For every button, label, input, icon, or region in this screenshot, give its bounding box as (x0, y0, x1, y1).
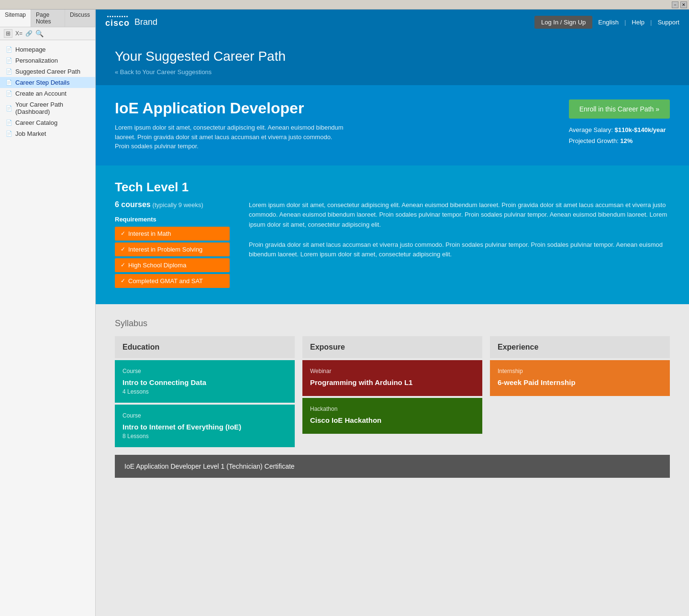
check-icon: ✓ (121, 277, 125, 284)
col-header-education: Education (115, 336, 295, 358)
syllabus-columns: Education Course Intro to Connecting Dat… (115, 336, 670, 449)
tab-sitemap[interactable]: Sitemap (0, 10, 31, 27)
career-top: IoE Application Developer Lorem ipsum do… (115, 99, 670, 151)
page-icon: 📄 (6, 79, 12, 86)
check-icon: ✓ (121, 262, 125, 268)
sidebar-tabs: Sitemap Page Notes Discuss (0, 10, 95, 27)
sidebar-nav: 📄 Homepage 📄 Personalization 📄 Suggested… (0, 40, 95, 143)
card-type: Internship (498, 368, 662, 374)
page-icon: 📄 (6, 90, 12, 97)
main-content: cisco Brand Log In / Sign Up English | H… (96, 10, 689, 616)
card-title: Programming with Arduino L1 (310, 378, 475, 386)
sidebar-item-your-career-path[interactable]: 📄 Your Career Path (Dashboard) (0, 99, 95, 117)
tech-level-left: 6 courses (typically 9 weeks) Requiremen… (115, 200, 230, 290)
tech-level-title: Tech Level 1 (115, 180, 670, 195)
growth-stat: Projected Growth: 12% (569, 135, 670, 146)
cisco-wordmark: cisco (105, 18, 130, 28)
requirement-gmat: ✓ Completed GMAT and SAT (115, 274, 230, 288)
page-icon: 📄 (6, 46, 12, 53)
grid-icon[interactable]: ⊞ (4, 29, 12, 38)
sidebar-toolbar: ⊞ X= 🔗 🔍 (0, 27, 95, 40)
close-button[interactable]: ✕ (680, 1, 687, 8)
card-type: Webinar (310, 368, 475, 374)
card-type: Course (122, 368, 287, 374)
page-icon: 📄 (6, 57, 12, 64)
career-section: IoE Application Developer Lorem ipsum do… (96, 85, 689, 165)
page-icon: 📄 (6, 120, 12, 126)
help-link[interactable]: Help (632, 19, 645, 26)
tab-page-notes[interactable]: Page Notes (31, 10, 65, 27)
card-subtitle: 8 Lessons (122, 433, 287, 440)
syllabus-col-education: Education Course Intro to Connecting Dat… (115, 336, 295, 449)
card-title: Intro to Connecting Data (122, 378, 287, 386)
syllabus-section: Syllabus Education Course Intro to Conne… (96, 304, 689, 616)
tech-level-section: Tech Level 1 6 courses (typically 9 week… (96, 165, 689, 304)
sidebar-item-career-step-details[interactable]: 📄 Career Step Details (0, 77, 95, 88)
check-icon: ✓ (121, 246, 125, 253)
page-icon: 📄 (6, 131, 12, 137)
syllabus-title: Syllabus (115, 319, 670, 329)
tab-discuss[interactable]: Discuss (65, 10, 95, 27)
salary-stat: Average Salary: $110k-$140k/year (569, 124, 670, 135)
card-title: 6-week Paid Internship (498, 378, 662, 386)
requirement-math: ✓ Interest in Math (115, 227, 230, 241)
search-icon[interactable]: 🔍 (35, 30, 44, 37)
career-right: Enroll in this Career Path » Average Sal… (569, 99, 670, 147)
login-button[interactable]: Log In / Sign Up (534, 16, 592, 29)
tech-level-content: 6 courses (typically 9 weeks) Requiremen… (115, 200, 670, 290)
sidebar: Sitemap Page Notes Discuss ⊞ X= 🔗 🔍 📄 Ho… (0, 10, 96, 616)
sidebar-item-create-account[interactable]: 📄 Create an Account (0, 88, 95, 99)
career-description: Lorem ipsum dolor sit amet, consectetur … (115, 123, 344, 151)
requirements-label: Requirements (115, 216, 230, 223)
brand-name: Brand (134, 17, 157, 27)
career-title: IoE Application Developer (115, 99, 344, 117)
link-icon[interactable]: 🔗 (25, 30, 33, 37)
sidebar-item-job-market[interactable]: 📄 Job Market (0, 128, 95, 139)
enroll-button[interactable]: Enroll in this Career Path » (569, 99, 670, 119)
salary-value: $110k-$140k/year (615, 126, 666, 133)
syllabus-col-exposure: Exposure Webinar Programming with Arduin… (302, 336, 482, 449)
check-icon: ✓ (121, 230, 125, 237)
card-title: Cisco IoE Hackathon (310, 416, 475, 424)
card-subtitle: 4 Lessons (122, 388, 287, 395)
cisco-dots (107, 16, 128, 17)
card-arduino[interactable]: Webinar Programming with Arduino L1 (302, 360, 482, 396)
page-icon: 📄 (6, 105, 12, 111)
card-intro-connecting-data[interactable]: Course Intro to Connecting Data 4 Lesson… (115, 360, 295, 403)
page-icon: 📄 (6, 68, 12, 75)
syllabus-col-experience: Experience Internship 6-week Paid Intern… (490, 336, 670, 449)
requirement-problem-solving: ✓ Interest in Problem Solving (115, 242, 230, 256)
col-header-exposure: Exposure (302, 336, 482, 358)
certificate-bar: IoE Application Developer Level 1 (Techn… (115, 455, 670, 478)
page-header: Your Suggested Career Path « Back to You… (96, 34, 689, 85)
sidebar-item-career-catalog[interactable]: 📄 Career Catalog (0, 117, 95, 128)
card-internship[interactable]: Internship 6-week Paid Internship (490, 360, 670, 396)
sidebar-item-homepage[interactable]: 📄 Homepage (0, 44, 95, 55)
card-intro-ioe[interactable]: Course Intro to Internet of Everything (… (115, 405, 295, 447)
language-link[interactable]: English (598, 19, 619, 26)
growth-value: 12% (620, 137, 633, 144)
col-header-experience: Experience (490, 336, 670, 358)
top-nav: cisco Brand Log In / Sign Up English | H… (96, 10, 689, 34)
back-link[interactable]: « Back to Your Career Suggestions (115, 68, 211, 76)
career-info: IoE Application Developer Lorem ipsum do… (115, 99, 344, 151)
window-chrome: − ✕ (0, 0, 689, 10)
tech-level-desc-2: Proin gravida dolor sit amet lacus accum… (249, 240, 670, 260)
xedit-icon[interactable]: X= (15, 30, 22, 37)
card-hackathon[interactable]: Hackathon Cisco IoE Hackathon (302, 398, 482, 434)
tech-level-right: Lorem ipsum dolor sit amet, consectetur … (249, 200, 670, 290)
support-link[interactable]: Support (657, 19, 679, 26)
card-type: Hackathon (310, 406, 475, 412)
career-stats: Average Salary: $110k-$140k/year Project… (569, 124, 670, 147)
page-title: Your Suggested Career Path (115, 49, 670, 64)
tech-level-desc-1: Lorem ipsum dolor sit amet, consectetur … (249, 200, 670, 230)
sidebar-item-suggested-career-path[interactable]: 📄 Suggested Career Path (0, 66, 95, 77)
cisco-logo: cisco (105, 16, 130, 28)
courses-count: 6 courses (typically 9 weeks) (115, 200, 230, 209)
top-nav-right: Log In / Sign Up English | Help | Suppor… (534, 16, 679, 29)
card-type: Course (122, 412, 287, 419)
card-title: Intro to Internet of Everything (IoE) (122, 423, 287, 431)
minimize-button[interactable]: − (672, 1, 678, 8)
brand-area: cisco Brand (105, 16, 157, 28)
sidebar-item-personalization[interactable]: 📄 Personalization (0, 55, 95, 66)
